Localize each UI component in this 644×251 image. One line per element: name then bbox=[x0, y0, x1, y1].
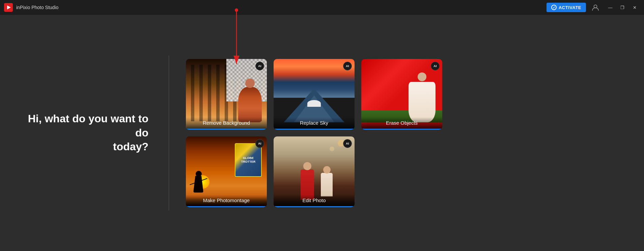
person2-shape bbox=[321, 173, 333, 196]
app-logo-play-icon bbox=[7, 5, 11, 9]
ai-badge-remove-background: AI bbox=[255, 62, 264, 70]
activate-label: ACTIVATE bbox=[559, 5, 581, 10]
card-blue-bar bbox=[361, 129, 442, 130]
card-blue-bar bbox=[274, 129, 355, 130]
card-blue-bar bbox=[274, 206, 355, 207]
head-shape bbox=[418, 72, 426, 81]
card-blue-bar bbox=[186, 206, 267, 207]
titlebar-left: inPixio Photo Studio bbox=[4, 3, 58, 12]
ai-label: AI bbox=[346, 142, 349, 145]
card-remove-background[interactable]: AI Remove Background bbox=[186, 59, 267, 130]
app-title: inPixio Photo Studio bbox=[16, 5, 58, 10]
ai-badge-photomontage: AI bbox=[255, 139, 264, 148]
user-account-icon[interactable] bbox=[591, 3, 600, 12]
card-blue-bar bbox=[186, 129, 267, 130]
dress-figure bbox=[409, 82, 436, 122]
card-remove-background-label: Remove Background bbox=[186, 117, 267, 130]
card-photomontage-label: Make Photomontage bbox=[186, 195, 267, 207]
window-controls: — ❐ ✕ bbox=[605, 2, 640, 13]
svg-point-0 bbox=[594, 5, 597, 8]
restore-button[interactable]: ❐ bbox=[617, 2, 628, 13]
greeting-line1: Hi, what do you want to do bbox=[28, 113, 148, 139]
card-erase-objects[interactable]: AI Erase Objects bbox=[361, 59, 442, 130]
ai-badge-edit-photo: AI bbox=[343, 139, 352, 148]
ai-label: AI bbox=[346, 64, 349, 68]
ai-badge-replace-sky: AI bbox=[343, 62, 352, 70]
minimize-button[interactable]: — bbox=[605, 2, 616, 13]
card-edit-photo-label: Edit Photo bbox=[274, 195, 355, 207]
bokeh-2 bbox=[330, 147, 334, 151]
ai-label: AI bbox=[258, 142, 261, 145]
close-button[interactable]: ✕ bbox=[629, 2, 640, 13]
ai-label: AI bbox=[433, 64, 437, 68]
titlebar: inPixio Photo Studio ✓ ACTIVATE — ❐ ✕ bbox=[0, 0, 644, 15]
greeting-text: Hi, what do you want to do today? bbox=[20, 112, 148, 154]
app-logo bbox=[4, 3, 13, 12]
person-silhouette bbox=[193, 171, 204, 198]
card-replace-sky[interactable]: AI Replace Sky bbox=[274, 59, 355, 130]
greeting-section: Hi, what do you want to do today? bbox=[20, 112, 162, 154]
card-replace-sky-label: Replace Sky bbox=[274, 117, 355, 130]
activate-check-icon: ✓ bbox=[551, 5, 557, 10]
activate-button[interactable]: ✓ ACTIVATE bbox=[547, 3, 586, 12]
card-erase-objects-label: Erase Objects bbox=[361, 117, 442, 130]
cards-section: AI Remove Background AI Replace Sky bbox=[176, 59, 624, 207]
greeting-line2: today? bbox=[113, 140, 148, 153]
snow-cap bbox=[307, 100, 321, 107]
card-edit-photo[interactable]: AI Edit Photo bbox=[274, 136, 355, 207]
ai-badge-erase-objects: AI bbox=[431, 62, 440, 70]
ai-label: AI bbox=[258, 64, 261, 68]
section-divider bbox=[169, 56, 169, 211]
couple-figures bbox=[294, 159, 334, 200]
titlebar-right: ✓ ACTIVATE — ❐ ✕ bbox=[547, 2, 640, 13]
main-content: Hi, what do you want to do today? bbox=[0, 15, 644, 251]
magazine-cover: GLOBETROTTER bbox=[235, 143, 262, 177]
cards-grid: AI Remove Background AI Replace Sky bbox=[186, 59, 624, 207]
card-make-photomontage[interactable]: GLOBETROTTER AI Make Photomontage bbox=[186, 136, 267, 207]
